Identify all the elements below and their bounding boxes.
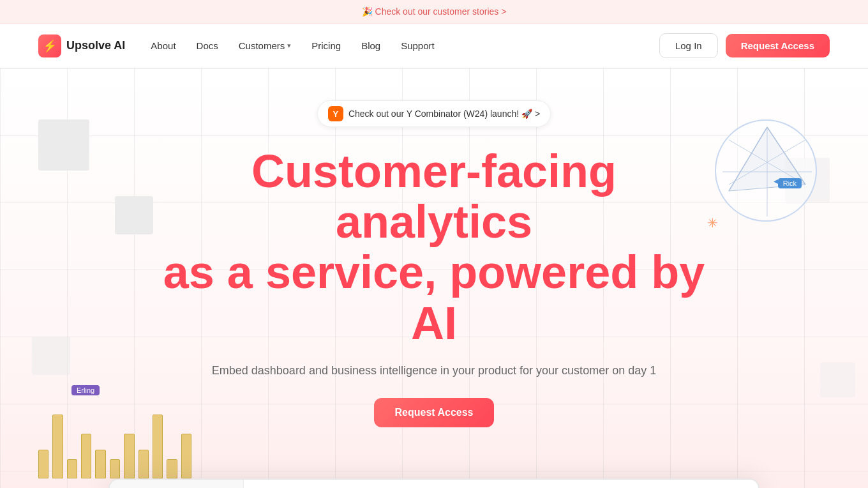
deco-block-bl xyxy=(32,337,70,375)
logo-icon: ⚡ xyxy=(38,34,61,57)
circle-decoration: Rick ◂ xyxy=(715,119,817,222)
logo[interactable]: ⚡ Upsolve AI xyxy=(38,34,125,57)
arrow-icon: ◂ xyxy=(774,176,778,186)
yc-icon: Y xyxy=(328,106,343,121)
nav-blog[interactable]: Blog xyxy=(361,40,380,51)
dashboard-main: Dashboard Filter by date Select date... … xyxy=(244,480,758,488)
nav-docs[interactable]: Docs xyxy=(197,40,218,51)
login-button[interactable]: Log In xyxy=(659,33,718,58)
nav-pricing[interactable]: Pricing xyxy=(311,40,341,51)
hero-title: Customer-facing analytics as a service, … xyxy=(147,146,721,349)
nav-links: About Docs Customers ▾ Pricing Blog Supp… xyxy=(151,40,659,51)
nav-customers[interactable]: Customers ▾ xyxy=(239,40,292,51)
bar-5 xyxy=(95,450,105,478)
dashboard-preview: ⊙ Your App ⊞ Dashboard Dashboard Filter … xyxy=(108,478,760,488)
yc-badge-text: Check out our Y Combinator (W24) launch!… xyxy=(348,109,540,119)
circle-lines-svg xyxy=(716,121,817,222)
bar-3 xyxy=(67,459,77,478)
nav-actions: Log In Request Access xyxy=(659,33,830,58)
hero-title-line2: as a service, powered by AI xyxy=(163,247,705,348)
nav-about[interactable]: About xyxy=(151,40,176,51)
rick-label: Rick xyxy=(778,178,802,188)
request-access-button[interactable]: Request Access xyxy=(726,34,830,57)
bar-1 xyxy=(38,450,49,478)
navbar: ⚡ Upsolve AI About Docs Customers ▾ Pric… xyxy=(0,24,868,68)
nav-support[interactable]: Support xyxy=(401,40,435,51)
deco-block-br xyxy=(820,362,855,397)
hero-cta-button[interactable]: Request Access xyxy=(374,398,493,427)
bar-2 xyxy=(52,415,63,478)
hero-title-line1: Customer-facing analytics xyxy=(251,146,617,247)
bar-4 xyxy=(81,434,91,478)
deco-block-tl xyxy=(38,119,89,171)
chevron-down-icon: ▾ xyxy=(287,42,291,50)
hero-subtitle: Embed dashboard and business intelligenc… xyxy=(212,364,656,377)
erling-label: Erling xyxy=(71,385,100,395)
banner-text: 🎉 Check out our customer stories > xyxy=(362,6,507,17)
hero-section: Rick ◂ ✳ Y Check out our Y Combinator (W… xyxy=(0,68,868,488)
dashboard-sidebar: ⊙ Your App ⊞ Dashboard xyxy=(110,480,244,488)
yc-badge[interactable]: Y Check out our Y Combinator (W24) launc… xyxy=(317,100,551,127)
circle-deco: Rick ◂ xyxy=(715,119,817,222)
logo-text: Upsolve AI xyxy=(66,39,125,52)
top-banner[interactable]: 🎉 Check out our customer stories > xyxy=(0,0,868,24)
